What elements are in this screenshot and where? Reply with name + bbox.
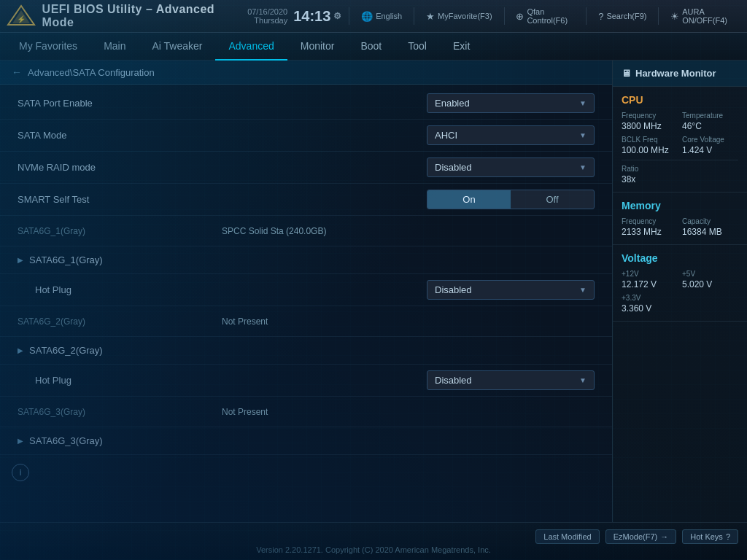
dropdown-arrow-icon-2: ▼ xyxy=(579,131,587,139)
v5-value: 5.020 V xyxy=(682,279,738,289)
nav-ai-tweaker[interactable]: Ai Tweaker xyxy=(139,33,215,61)
datetime-block: 07/16/2020 Thursday xyxy=(247,7,287,25)
sata6g1-hotplug-row: Hot Plug Disabled ▼ xyxy=(0,274,612,306)
breadcrumb: ← Advanced\SATA Configuration xyxy=(0,61,612,85)
ezmode-label: EzMode(F7) xyxy=(614,532,658,541)
hw-monitor-title-text: Hardware Monitor xyxy=(635,68,716,79)
nav-tool[interactable]: Tool xyxy=(395,33,440,61)
sata6g3-info-label: SATA6G_3(Gray) xyxy=(18,407,222,417)
sata6g1-expand-label: SATA6G_1(Gray) xyxy=(29,254,103,265)
myfavorite-icon: ★ xyxy=(426,11,435,22)
language-icon: 🌐 xyxy=(361,11,373,22)
dropdown-arrow-icon-4: ▼ xyxy=(579,286,587,294)
language-label: English xyxy=(376,12,402,20)
time-value: 14:13 xyxy=(293,8,330,25)
sata6g1-hotplug-dropdown[interactable]: Disabled ▼ xyxy=(427,280,595,300)
memory-section: Memory Frequency 2133 MHz Capacity 16384… xyxy=(613,192,747,245)
last-modified-label: Last Modified xyxy=(543,532,591,541)
qfan-btn[interactable]: ⊕ Qfan Control(F6) xyxy=(511,6,578,26)
sata6g2-hotplug-label: Hot Plug xyxy=(35,375,239,386)
nvme-raid-value: Disabled xyxy=(435,162,573,173)
myfavorite-btn[interactable]: ★ MyFavorite(F3) xyxy=(422,9,497,23)
last-modified-btn[interactable]: Last Modified xyxy=(535,529,599,544)
mem-frequency-item: Frequency 2133 MHz xyxy=(622,217,678,237)
nav-my-favorites[interactable]: My Favorites xyxy=(6,33,90,61)
qfan-icon: ⊕ xyxy=(516,11,524,22)
sata-mode-label: SATA Mode xyxy=(18,130,222,141)
memory-stats-grid: Frequency 2133 MHz Capacity 16384 MB xyxy=(622,217,738,237)
sata-port-enable-value: Enabled xyxy=(435,98,573,109)
cpu-bclk-item: BCLK Freq 100.00 MHz xyxy=(622,136,678,155)
sata6g1-expand-row[interactable]: ▶ SATA6G_1(Gray) xyxy=(0,246,612,274)
language-btn[interactable]: 🌐 English xyxy=(357,9,406,23)
sata6g2-info-value: Not Present xyxy=(222,316,268,327)
sata6g2-hotplug-dropdown[interactable]: Disabled ▼ xyxy=(427,370,595,390)
content-area: ← Advanced\SATA Configuration SATA Port … xyxy=(0,61,747,522)
mem-frequency-label: Frequency xyxy=(622,217,678,225)
cpu-core-voltage-label: Core Voltage xyxy=(682,136,738,144)
nvme-raid-label: NVMe RAID mode xyxy=(18,162,222,173)
nav-monitor[interactable]: Monitor xyxy=(287,33,348,61)
nav-advanced[interactable]: Advanced xyxy=(215,33,287,61)
nav-boot[interactable]: Boot xyxy=(347,33,395,61)
sata-port-enable-row: SATA Port Enable Enabled ▼ xyxy=(0,88,612,120)
sata-mode-row: SATA Mode AHCI ▼ xyxy=(0,120,612,152)
cpu-temperature-value: 46°C xyxy=(682,121,738,131)
nav-main[interactable]: Main xyxy=(90,33,139,61)
smart-self-test-label: SMART Self Test xyxy=(18,194,222,205)
expand-chevron-icon-3: ▶ xyxy=(18,437,23,445)
sata6g2-hotplug-control: Disabled ▼ xyxy=(427,370,595,390)
main-panel: ← Advanced\SATA Configuration SATA Port … xyxy=(0,61,612,522)
sata6g2-expand-row[interactable]: ▶ SATA6G_2(Gray) xyxy=(0,337,612,365)
smart-self-test-control: On Off xyxy=(427,190,595,209)
voltage-stats-grid: +12V 12.172 V +5V 5.020 V xyxy=(622,270,738,289)
sata6g1-hotplug-value: Disabled xyxy=(435,284,573,295)
search-btn[interactable]: ? Search(F9) xyxy=(594,9,651,23)
header-separator-3 xyxy=(504,7,505,25)
hw-monitor-panel: 🖥 Hardware Monitor CPU Frequency 3800 MH… xyxy=(612,61,747,522)
info-circle-icon: i xyxy=(12,464,29,481)
voltage-section: Voltage +12V 12.172 V +5V 5.020 V +3.3V … xyxy=(613,245,747,322)
sata-port-enable-label: SATA Port Enable xyxy=(18,98,222,109)
cpu-ratio-value: 38x xyxy=(622,174,738,184)
app-title: UEFI BIOS Utility – Advanced Mode xyxy=(42,3,239,29)
nav-exit[interactable]: Exit xyxy=(440,33,483,61)
sata-mode-control: AHCI ▼ xyxy=(427,125,595,145)
hot-keys-btn[interactable]: Hot Keys ? xyxy=(682,529,738,544)
v12-value: 12.172 V xyxy=(622,279,678,289)
aura-icon: ☀ xyxy=(670,11,679,22)
nvme-raid-dropdown[interactable]: Disabled ▼ xyxy=(427,158,595,177)
monitor-icon: 🖥 xyxy=(622,68,631,79)
asus-logo-icon: ⚡ xyxy=(6,3,36,29)
sata-port-enable-dropdown[interactable]: Enabled ▼ xyxy=(427,93,595,113)
toggle-on-option[interactable]: On xyxy=(427,190,511,209)
nvme-raid-row: NVMe RAID mode Disabled ▼ xyxy=(0,152,612,184)
toggle-off-option[interactable]: Off xyxy=(511,190,594,209)
back-arrow-icon[interactable]: ← xyxy=(12,66,22,78)
cpu-divider xyxy=(622,160,738,160)
settings-list: SATA Port Enable Enabled ▼ SATA Mode AHC… xyxy=(0,85,612,458)
sata6g3-expand-row[interactable]: ▶ SATA6G_3(Gray) xyxy=(0,427,612,455)
myfavorite-label: MyFavorite(F3) xyxy=(438,12,492,20)
ezmode-btn[interactable]: EzMode(F7) → xyxy=(605,529,677,544)
cpu-stats-grid: Frequency 3800 MHz Temperature 46°C BCLK… xyxy=(622,112,738,155)
aura-label: AURA ON/OFF(F4) xyxy=(682,7,737,25)
cpu-frequency-value: 3800 MHz xyxy=(622,121,678,131)
v12-item: +12V 12.172 V xyxy=(622,270,678,289)
hot-keys-label: Hot Keys xyxy=(690,532,723,541)
footer-buttons: Last Modified EzMode(F7) → Hot Keys ? xyxy=(0,529,747,545)
breadcrumb-path: Advanced\SATA Configuration xyxy=(28,67,155,78)
v33-label: +3.3V xyxy=(622,294,738,302)
v33-value: 3.360 V xyxy=(622,303,738,314)
sata-mode-dropdown[interactable]: AHCI ▼ xyxy=(427,125,595,145)
smart-self-test-toggle[interactable]: On Off xyxy=(427,190,595,209)
aura-btn[interactable]: ☀ AURA ON/OFF(F4) xyxy=(666,6,741,26)
settings-gear-icon[interactable]: ⚙ xyxy=(333,11,341,21)
sata6g1-info-label: SATA6G_1(Gray) xyxy=(18,226,222,236)
svg-text:⚡: ⚡ xyxy=(17,15,26,24)
footer-copyright: Version 2.20.1271. Copyright (C) 2020 Am… xyxy=(0,545,747,554)
search-label: Search(F9) xyxy=(606,12,646,20)
search-icon: ? xyxy=(598,11,603,22)
cpu-bclk-value: 100.00 MHz xyxy=(622,145,678,155)
sata6g1-info-value: SPCC Solid Sta (240.0GB) xyxy=(222,226,326,236)
